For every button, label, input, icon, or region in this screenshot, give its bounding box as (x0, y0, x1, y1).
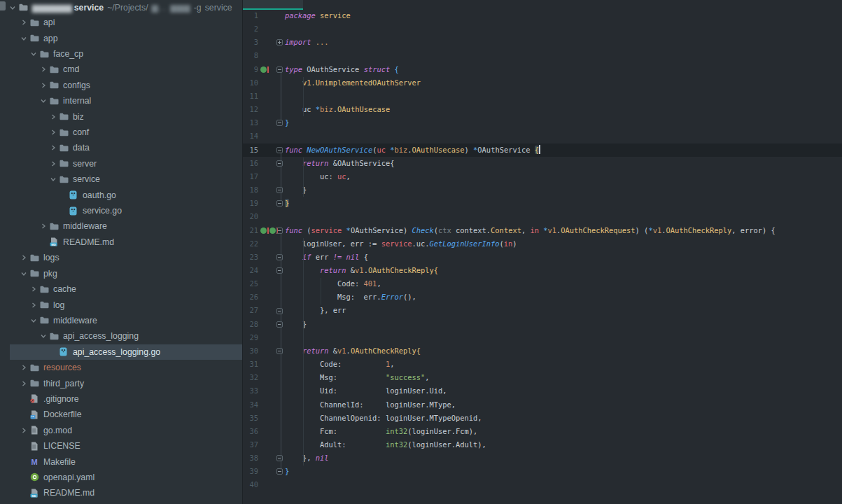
code-text[interactable]: v1.UnimplementedOAuthServer (285, 76, 842, 90)
chevron-right-icon[interactable] (41, 66, 46, 72)
chevron-down-icon[interactable] (31, 318, 36, 323)
tree-item-middleware[interactable]: middleware (0, 313, 242, 328)
tree-item-configs[interactable]: configs (0, 78, 242, 93)
tree-item-data[interactable]: data (0, 140, 242, 155)
chevron-down-icon[interactable] (50, 176, 56, 182)
chevron-down-icon[interactable] (21, 271, 27, 276)
code-text[interactable]: Code: 401, (285, 277, 842, 290)
code-text[interactable]: Fcm: int32(loginUser.Fcm), (285, 425, 842, 438)
fold-marker[interactable] (276, 348, 283, 354)
fold-marker[interactable] (276, 227, 283, 234)
code-text[interactable]: return &v1.OAuthCheckReply{ (285, 264, 842, 277)
tree-item-face_cp[interactable]: face_cp (0, 46, 242, 62)
fold-marker[interactable] (276, 120, 283, 126)
tree-item-app[interactable]: app (0, 30, 242, 46)
tree-item-logs[interactable]: logs (0, 250, 242, 265)
code-text[interactable]: } (285, 116, 842, 130)
code-text[interactable]: package service (285, 9, 842, 22)
chevron-right-icon[interactable] (21, 428, 27, 433)
tree-item-pkg[interactable]: pkg (0, 266, 242, 281)
tree-item-middleware[interactable]: middleware (0, 218, 242, 234)
code-text[interactable]: func (service *OAuthService) Check(ctx c… (285, 224, 842, 237)
tree-item-resources[interactable]: resources (0, 360, 242, 375)
code-text[interactable]: } (285, 465, 842, 478)
code-text[interactable]: import ... (285, 36, 842, 49)
chevron-right-icon[interactable] (31, 302, 36, 308)
chevron-right-icon[interactable] (50, 130, 56, 135)
code-text[interactable]: Code: 1, (285, 358, 842, 371)
code-text[interactable]: ChannelOpenid: loginUser.MTypeOpenid, (285, 412, 842, 425)
tree-item-Makefile[interactable]: MMakefile (0, 454, 242, 469)
tree-item-service.go[interactable]: service.go (0, 203, 242, 218)
chevron-right-icon[interactable] (21, 381, 27, 386)
tree-item-log[interactable]: log (0, 297, 242, 312)
fold-marker[interactable] (276, 39, 283, 46)
tree-item-api[interactable]: api (0, 15, 242, 30)
fold-marker[interactable] (276, 147, 283, 153)
fold-marker[interactable] (276, 66, 283, 73)
tree-item-third_party[interactable]: third_party (0, 375, 242, 391)
fold-marker[interactable] (276, 187, 283, 193)
chevron-right-icon[interactable] (41, 223, 46, 229)
chevron-down-icon[interactable] (21, 36, 27, 41)
code-text[interactable]: }, err (285, 304, 842, 317)
code-text[interactable]: uc: uc, (285, 170, 842, 183)
implemented-marker-icon[interactable] (260, 227, 267, 234)
tree-item-server[interactable]: server (0, 156, 242, 172)
tree-item-api_access_logging.go[interactable]: api_access_logging.go (0, 344, 242, 360)
tree-item-cache[interactable]: cache (0, 281, 242, 297)
chevron-right-icon[interactable] (50, 145, 56, 150)
chevron-right-icon[interactable] (50, 161, 56, 167)
code-text[interactable]: Uid: loginUser.Uid, (285, 384, 842, 398)
code-text[interactable]: Msg: err.Error(), (285, 290, 842, 304)
code-text[interactable]: Msg: "success", (285, 371, 842, 384)
tree-item-.gitignore[interactable]: .gitignore (0, 391, 242, 407)
chevron-right-icon[interactable] (50, 114, 56, 120)
chevron-down-icon[interactable] (41, 98, 46, 104)
chevron-right-icon[interactable] (21, 365, 27, 370)
fold-marker[interactable] (276, 160, 283, 167)
project-root-row[interactable]: ▆▆▆▆▆▆ service ~/Projects/ ▆… ▆▆▆ -g ser… (0, 0, 242, 15)
tree-item-LICENSE[interactable]: LICENSE (0, 438, 242, 454)
fold-marker[interactable] (276, 321, 283, 328)
tree-item-biz[interactable]: biz (0, 108, 242, 124)
code-text[interactable]: if err != nil { (285, 251, 842, 264)
code-text[interactable]: uc *biz.OAuthUsecase (285, 103, 842, 116)
tree-item-cmd[interactable]: cmd (0, 62, 242, 77)
code-text[interactable]: } (285, 318, 842, 331)
fold-marker[interactable] (276, 468, 283, 475)
chevron-down-icon[interactable] (31, 51, 36, 57)
chevron-down-icon[interactable] (41, 333, 46, 339)
tree-item-api_access_logging[interactable]: api_access_logging (0, 328, 242, 344)
tree-item-README.md[interactable]: MDREADME.md (0, 234, 242, 250)
tree-item-oauth.go[interactable]: oauth.go (0, 187, 242, 202)
code-text[interactable]: } (285, 197, 842, 210)
code-text[interactable]: ChannelId: loginUser.MType, (285, 398, 842, 412)
code-text[interactable]: type OAuthService struct { (285, 63, 842, 76)
tree-item-internal[interactable]: internal (0, 93, 242, 108)
chevron-right-icon[interactable] (21, 255, 27, 260)
active-file-tab[interactable] (243, 0, 303, 10)
tree-item-conf[interactable]: conf (0, 125, 242, 140)
tree-item-Dockerfile[interactable]: Dockerfile (0, 407, 242, 422)
tree-item-go.mod[interactable]: go.mod (0, 423, 242, 438)
chevron-right-icon[interactable] (31, 286, 36, 292)
code-text[interactable]: return &OAuthService{ (285, 157, 842, 170)
chevron-down-icon[interactable] (10, 5, 19, 10)
chevron-right-icon[interactable] (21, 20, 27, 25)
implemented-marker-icon[interactable] (260, 66, 267, 73)
code-text[interactable]: loginUser, err := service.uc.GetLoginUse… (285, 237, 842, 251)
fold-marker[interactable] (276, 308, 283, 314)
implemented-marker-icon[interactable] (269, 227, 276, 234)
code-text[interactable]: } (285, 183, 842, 197)
tree-item-openapi.yaml[interactable]: openapi.yaml (0, 470, 242, 485)
chevron-right-icon[interactable] (41, 83, 46, 88)
code-text[interactable]: func NewOAuthService(uc *biz.OAuthUsecas… (285, 144, 842, 157)
tree-item-README.md[interactable]: MDREADME.md (0, 485, 242, 500)
fold-marker[interactable] (276, 455, 283, 461)
code-text[interactable]: Adult: int32(loginUser.Adult), (285, 438, 842, 451)
fold-marker[interactable] (276, 200, 283, 206)
code-text[interactable]: return &v1.OAuthCheckReply{ (285, 344, 842, 358)
tree-item-service[interactable]: service (0, 172, 242, 187)
fold-marker[interactable] (276, 267, 283, 274)
